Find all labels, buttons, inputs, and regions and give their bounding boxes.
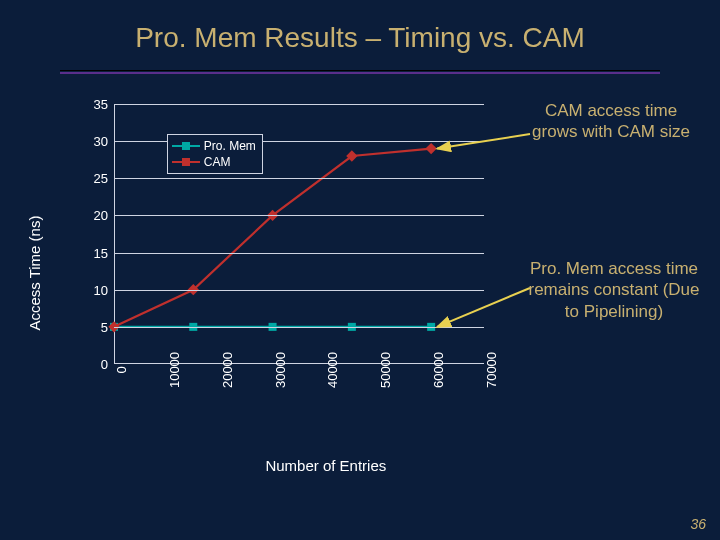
legend-label: CAM [204,155,231,169]
y-tick-label: 20 [94,208,108,223]
gridline [114,178,484,179]
callout-cam: CAM access time grows with CAM size [526,100,696,143]
divider [60,70,660,71]
y-tick-label: 10 [94,282,108,297]
divider-accent [60,72,660,74]
gridline [114,290,484,291]
x-tick-label: 50000 [378,352,393,388]
y-tick-label: 0 [101,357,108,372]
x-tick-label: 30000 [273,352,288,388]
series-line [114,149,431,327]
gridline [114,215,484,216]
x-axis-label: Number of Entries [265,457,386,474]
callout-promem: Pro. Mem access time remains constant (D… [524,258,704,322]
square-marker-icon [172,141,200,151]
x-tick-label: 20000 [220,352,235,388]
diamond-marker-icon [172,157,200,167]
x-tick-label: 10000 [167,352,182,388]
y-tick-label: 25 [94,171,108,186]
y-tick-label: 30 [94,134,108,149]
x-tick-label: 0 [114,366,129,373]
legend-item: CAM [172,154,256,170]
x-tick-label: 40000 [325,352,340,388]
legend-item: Pro. Mem [172,138,256,154]
legend: Pro. MemCAM [167,134,263,174]
chart: Access Time (ns) Number of Entries 05101… [60,100,495,470]
gridline [114,327,484,328]
legend-label: Pro. Mem [204,139,256,153]
x-tick-label: 70000 [484,352,499,388]
y-axis-label: Access Time (ns) [26,216,43,331]
page-number: 36 [690,516,706,532]
y-tick-label: 5 [101,319,108,334]
y-tick-label: 15 [94,245,108,260]
slide-title: Pro. Mem Results – Timing vs. CAM [0,22,720,54]
series-marker [425,143,436,154]
plot-area: 0510152025303501000020000300004000050000… [114,104,484,364]
y-tick-label: 35 [94,97,108,112]
gridline [114,104,484,105]
gridline [114,253,484,254]
x-tick-label: 60000 [431,352,446,388]
